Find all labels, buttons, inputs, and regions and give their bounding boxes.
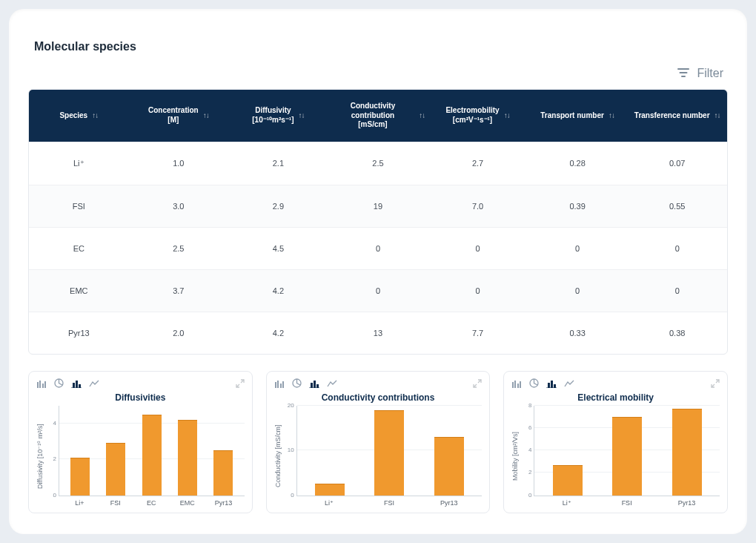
chart-type-grouped-icon[interactable] [274,378,285,391]
svg-rect-21 [316,384,319,388]
chart-card: DiffusivitiesDiffusivity [10⁻¹⁰ m²/s]024… [28,371,253,513]
expand-icon[interactable] [711,378,720,391]
chart-ytick: 2 [518,469,531,475]
cell-transference: 0 [627,227,727,269]
chart-type-grouped-icon[interactable] [511,378,522,391]
chart-type-line-icon[interactable] [564,378,574,391]
chart-plot: 024Li+FSIECEMCPyr13 [44,406,245,507]
svg-rect-10 [79,384,81,388]
cell-transference: 0.38 [627,312,727,354]
chart-bar [315,484,345,495]
svg-rect-19 [311,383,313,388]
column-header[interactable]: Species↑↓ [29,90,129,142]
chart-type-line-icon[interactable] [327,378,337,391]
chart-type-pie-icon[interactable] [54,378,64,391]
filter-control[interactable]: Filter [28,67,728,80]
chart-bar [374,410,404,496]
chart-ytick: 2 [43,455,56,462]
cell-mob: 2.7 [428,142,528,185]
chart-ytick: 4 [518,447,531,453]
chart-plot: 01020Li⁺FSIPyr13 [282,406,483,507]
cell-species: FSI [29,185,129,227]
chart-bar [612,417,642,496]
chart-title: Diffusivities [36,392,245,403]
chart-bars [59,406,245,496]
chart-bar [106,443,125,495]
chart-xtick: Pyr13 [672,499,702,507]
cell-diff: 2.1 [228,142,328,185]
svg-rect-17 [282,381,284,388]
chart-grid: 01020 [296,406,483,496]
cell-cond: 0 [328,227,428,269]
chart-body: Diffusivity [10⁻¹⁰ m²/s]024Li+FSIECEMCPy… [36,406,245,507]
column-header[interactable]: Transference number↑↓ [627,90,727,142]
cell-conc: 2.0 [129,312,229,354]
column-header-label: Electromobility[cm²V⁻¹s⁻¹] [445,106,499,125]
svg-rect-5 [42,384,44,388]
cell-transport: 0.33 [528,312,628,354]
table-header: Species↑↓Concentration[M]↑↓Diffusivity[1… [29,90,727,142]
chart-bar [553,465,583,496]
app-screen: Molecular species Filter Species↑↓Concen… [9,9,747,534]
chart-ytick: 10 [281,447,294,453]
expand-icon[interactable] [236,378,245,391]
chart-type-line-icon[interactable] [89,378,99,391]
chart-type-bar-icon[interactable] [71,378,82,391]
column-header-label: Transport number [540,111,604,121]
table-body: Li⁺1.02.12.52.70.280.07FSI3.02.9197.00.3… [29,142,727,354]
svg-rect-3 [37,382,39,388]
cell-species: Pyr13 [29,312,129,354]
chart-type-bar-icon[interactable] [546,378,557,391]
chart-ytick: 6 [518,424,531,431]
chart-xtick: Pyr13 [434,499,464,507]
chart-ytick: 0 [281,492,294,498]
chart-title: Conductivity contributions [274,392,483,403]
chart-type-grouped-icon[interactable] [36,378,47,391]
column-header[interactable]: Diffusivity[10⁻¹⁰m²s⁻¹]↑↓ [228,90,328,142]
column-header[interactable]: Conductivity contribution[mS/cm]↑↓ [328,90,428,142]
cell-species: EMC [29,269,129,312]
chart-bar [70,458,90,496]
cell-transport: 0 [528,269,628,312]
chart-type-bar-icon[interactable] [309,378,319,391]
cell-transference: 0.55 [627,185,727,227]
svg-rect-25 [512,382,514,388]
table-row: EMC3.74.20000 [29,269,727,312]
chart-xtick: EMC [178,499,197,507]
svg-rect-28 [520,381,521,388]
column-header-label: Species [59,111,87,121]
cell-species: Li⁺ [29,142,129,185]
svg-rect-32 [554,384,556,388]
cell-mob: 0 [428,227,528,269]
column-header[interactable]: Electromobility[cm²V⁻¹s⁻¹]↑↓ [428,90,528,142]
chart-type-pie-icon[interactable] [292,378,302,391]
table-row: EC2.54.50000 [29,227,727,269]
device-frame: Molecular species Filter Species↑↓Concen… [0,0,756,543]
chart-xtick: FSI [374,499,404,507]
chart-xticks: Li+FSIECEMCPyr13 [59,496,245,507]
filter-icon [677,67,689,80]
table-row: Pyr132.04.2137.70.330.38 [29,312,727,354]
chart-xticks: Li⁺FSIPyr13 [296,496,483,507]
cell-transference: 0.07 [627,142,727,185]
cell-diff: 2.9 [228,185,328,227]
sort-icon: ↑↓ [714,111,720,121]
column-header[interactable]: Concentration[M]↑↓ [129,90,229,142]
expand-icon[interactable] [473,378,482,391]
chart-title: Electrical mobility [511,392,720,403]
svg-rect-20 [314,381,316,388]
chart-xtick: Li+ [70,499,89,507]
chart-type-pie-icon[interactable] [529,378,539,391]
chart-grid: 024 [59,406,245,496]
sort-icon: ↑↓ [299,111,305,121]
sort-icon: ↑↓ [504,111,510,121]
svg-rect-6 [44,381,46,388]
svg-rect-16 [280,384,282,388]
chart-bar [142,415,162,496]
table-row: Li⁺1.02.12.52.70.280.07 [29,142,727,185]
content-area: Molecular species Filter Species↑↓Concen… [9,9,747,534]
sort-icon: ↑↓ [203,111,209,121]
column-header[interactable]: Transport number↑↓ [528,90,628,142]
cell-mob: 7.7 [428,312,528,354]
chart-bar [434,437,464,496]
